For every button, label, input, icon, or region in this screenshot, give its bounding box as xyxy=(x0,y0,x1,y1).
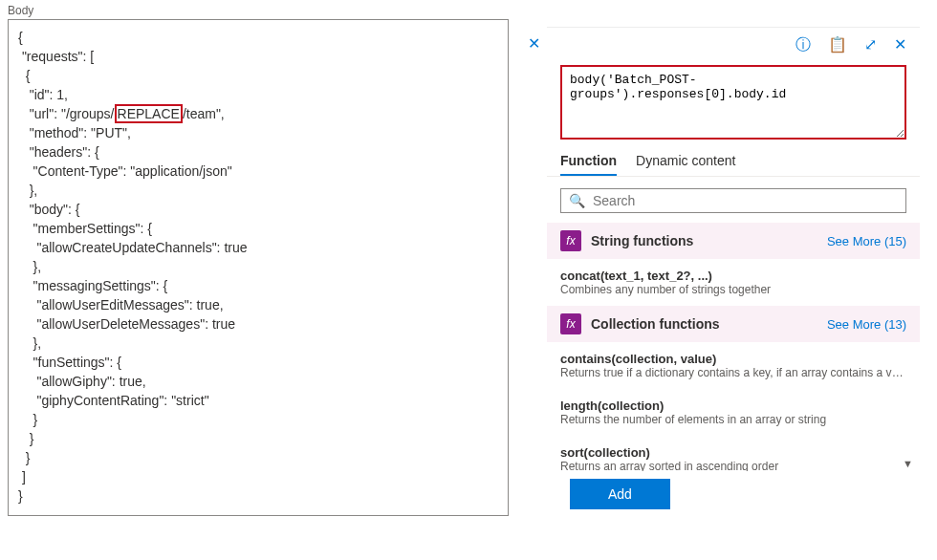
code-line: "headers": { xyxy=(18,144,99,160)
code-line: }, xyxy=(18,183,37,198)
clipboard-icon[interactable]: 📋 xyxy=(828,35,847,55)
code-line: { xyxy=(18,30,23,45)
close-icon[interactable]: ✕ xyxy=(528,34,540,53)
fn-desc: Combines any number of strings together xyxy=(560,283,906,296)
close-panel-icon[interactable]: ✕ xyxy=(894,35,906,55)
fn-length[interactable]: length(collection) Returns the number of… xyxy=(547,389,920,436)
body-label: Body xyxy=(8,4,509,19)
fn-desc: Returns true if a dictionary contains a … xyxy=(560,366,906,379)
code-line: "giphyContentRating": "strict" xyxy=(18,393,209,408)
replace-token[interactable]: REPLACE xyxy=(115,104,183,123)
code-line: "requests": [ xyxy=(18,49,94,64)
body-panel: Body { "requests": [ { "id": 1, "url": "… xyxy=(0,0,516,560)
code-line: } xyxy=(18,412,37,427)
code-line: "messagingSettings": { xyxy=(18,278,167,293)
fn-name: sort(collection) xyxy=(560,445,906,460)
expression-input[interactable]: body('Batch_POST-groups').responses[0].b… xyxy=(560,65,906,140)
fn-desc: Returns the number of elements in an arr… xyxy=(560,413,906,426)
code-line: "allowUserDeleteMessages": true xyxy=(18,316,235,332)
code-line: "id": 1, xyxy=(18,87,68,102)
tab-bar: Function Dynamic content xyxy=(547,147,920,177)
expand-icon[interactable]: ⤢ xyxy=(864,35,877,55)
code-line: } xyxy=(18,488,23,504)
scroll-down-icon[interactable]: ▼ xyxy=(903,458,918,469)
search-icon: 🔍 xyxy=(569,193,585,208)
code-line: }, xyxy=(18,335,41,351)
code-line: { xyxy=(18,68,30,83)
tab-function[interactable]: Function xyxy=(560,153,617,176)
json-body-editor[interactable]: { "requests": [ { "id": 1, "url": "/grou… xyxy=(8,19,509,516)
tab-dynamic-content[interactable]: Dynamic content xyxy=(636,153,735,176)
group-title: Collection functions xyxy=(591,316,720,332)
fn-name: length(collection) xyxy=(560,398,906,413)
expression-toolbar: ⓘ 📋 ⤢ ✕ xyxy=(547,28,920,61)
fn-name: contains(collection, value) xyxy=(560,352,906,366)
expression-text: body('Batch_POST-groups').responses[0].b… xyxy=(570,73,786,101)
info-icon[interactable]: ⓘ xyxy=(795,35,811,55)
code-line: "body": { xyxy=(18,202,79,217)
fx-icon: fx xyxy=(560,230,581,251)
code-line: } xyxy=(18,450,30,465)
search-input[interactable] xyxy=(593,193,898,208)
add-button[interactable]: Add xyxy=(570,479,670,509)
code-line: "allowGiphy": true, xyxy=(18,374,146,389)
code-line: ] xyxy=(18,469,26,485)
fn-contains[interactable]: contains(collection, value) Returns true… xyxy=(547,342,920,389)
function-list[interactable]: fx String functions See More (15) concat… xyxy=(547,223,920,471)
code-line: "memberSettings": { xyxy=(18,221,152,236)
code-line: } xyxy=(18,431,33,446)
code-line: "allowUserEditMessages": true, xyxy=(18,297,224,312)
fn-desc: Returns an array sorted in ascending ord… xyxy=(560,460,906,471)
expression-panel: ⓘ 📋 ⤢ ✕ body('Batch_POST-groups').respon… xyxy=(547,27,920,517)
code-line: }, xyxy=(18,259,41,274)
fn-name: concat(text_1, text_2?, ...) xyxy=(560,269,906,283)
code-line: "funSettings": { xyxy=(18,355,121,370)
group-collection-functions[interactable]: fx Collection functions See More (13) xyxy=(547,306,920,342)
search-box[interactable]: 🔍 xyxy=(560,188,906,213)
code-line: "method": "PUT", xyxy=(18,125,131,140)
fn-sort[interactable]: sort(collection) Returns an array sorted… xyxy=(547,436,920,471)
code-line: /team", xyxy=(183,106,225,121)
code-line: "url": "/groups/ xyxy=(18,106,115,121)
see-more-link[interactable]: See More (15) xyxy=(827,234,906,248)
see-more-link[interactable]: See More (13) xyxy=(827,317,906,332)
group-title: String functions xyxy=(591,233,693,248)
code-line: "allowCreateUpdateChannels": true xyxy=(18,240,248,255)
group-string-functions[interactable]: fx String functions See More (15) xyxy=(547,223,920,259)
fn-concat[interactable]: concat(text_1, text_2?, ...) Combines an… xyxy=(547,259,920,306)
code-line: "Content-Type": "application/json" xyxy=(18,163,232,179)
fx-icon: fx xyxy=(560,313,581,334)
